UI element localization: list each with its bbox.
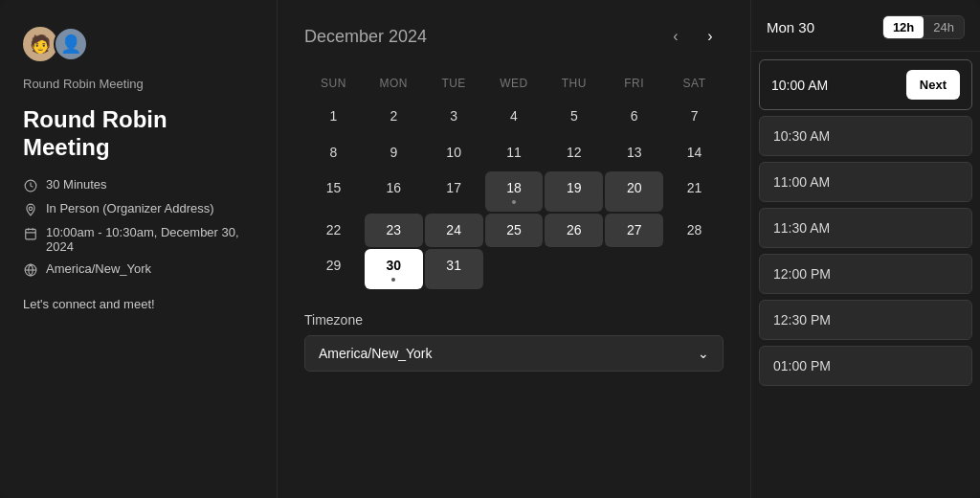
svg-rect-2 (26, 229, 36, 239)
meeting-title: Round Robin Meeting (23, 106, 254, 162)
selected-slot-time: 10:00 AM (771, 78, 828, 93)
time-range-item: 10:00am - 10:30am, December 30, 2024 (23, 225, 254, 254)
slot-time-1300: 01:00 PM (773, 358, 831, 374)
day-29[interactable]: 29 (304, 249, 363, 289)
empty-3 (605, 249, 663, 289)
time-slot-selected[interactable]: 10:00 AM Next (759, 59, 972, 110)
prev-month-button[interactable]: ‹ (662, 23, 689, 50)
day-28[interactable]: 28 (665, 214, 724, 248)
selected-date-label: Mon 30 (767, 19, 814, 35)
day-17[interactable]: 17 (425, 171, 483, 212)
svg-point-1 (29, 207, 33, 211)
day-header-wed: WED (485, 73, 544, 98)
day-30[interactable]: 30 (365, 249, 423, 289)
format-24h-button[interactable]: 24h (924, 16, 964, 38)
right-panel: Mon 30 12h 24h 10:00 AM Next 10:30 AM 11… (750, 0, 980, 498)
calendar-month-title: December 2024 (304, 27, 427, 47)
next-button[interactable]: Next (906, 70, 960, 100)
day-25[interactable]: 25 (485, 214, 544, 248)
empty-4 (665, 249, 724, 289)
day-header-sun: SUN (304, 73, 363, 98)
day-header-thu: THU (545, 73, 603, 98)
time-slot-1030[interactable]: 10:30 AM (759, 116, 972, 156)
avatar-group: 🧑 👤 (23, 27, 254, 61)
calendar-header: December 2024 ‹ › (304, 23, 724, 50)
day-2[interactable]: 2 (365, 100, 423, 134)
day-26[interactable]: 26 (545, 214, 603, 248)
day-18[interactable]: 18 (485, 171, 544, 212)
day-16[interactable]: 16 (365, 171, 423, 212)
day-21[interactable]: 21 (665, 171, 724, 212)
day-7[interactable]: 7 (665, 100, 724, 134)
day-header-mon: MON (365, 73, 423, 98)
middle-panel: December 2024 ‹ › SUN MON TUE WED THU FR… (278, 0, 750, 498)
day-11[interactable]: 11 (485, 136, 544, 170)
calendar-icon (23, 226, 38, 241)
time-slots-list: 10:00 AM Next 10:30 AM 11:00 AM 11:30 AM… (751, 52, 980, 498)
day-13[interactable]: 13 (605, 136, 663, 170)
next-month-button[interactable]: › (697, 23, 724, 50)
description-text: Let's connect and meet! (23, 297, 254, 311)
left-panel: 🧑 👤 Round Robin Meeting Round Robin Meet… (0, 0, 278, 498)
day-27[interactable]: 27 (605, 214, 663, 248)
day-22[interactable]: 22 (304, 214, 363, 248)
location-item: In Person (Organizer Address) (23, 201, 254, 217)
timezone-item: America/New_York (23, 261, 254, 278)
time-slot-1230[interactable]: 12:30 PM (759, 300, 972, 340)
day-15[interactable]: 15 (304, 171, 363, 212)
time-range-text: 10:00am - 10:30am, December 30, 2024 (46, 225, 254, 254)
day-8[interactable]: 8 (304, 136, 363, 170)
format-12h-button[interactable]: 12h (883, 16, 924, 38)
timezone-text: America/New_York (46, 261, 151, 276)
location-icon (23, 202, 38, 217)
timezone-select[interactable]: America/New_York ⌄ (304, 335, 724, 372)
day-31[interactable]: 31 (425, 249, 483, 289)
day-9[interactable]: 9 (365, 136, 423, 170)
empty-2 (545, 249, 603, 289)
day-4[interactable]: 4 (485, 100, 544, 134)
day-24[interactable]: 24 (425, 214, 483, 248)
day-23[interactable]: 23 (365, 214, 423, 248)
day-3[interactable]: 3 (425, 100, 483, 134)
time-slot-1100[interactable]: 11:00 AM (759, 162, 972, 202)
duration-text: 30 Minutes (46, 177, 107, 192)
clock-icon (23, 178, 38, 193)
day-20[interactable]: 20 (605, 171, 663, 212)
meta-list: 30 Minutes In Person (Organizer Address)… (23, 177, 254, 278)
day-19[interactable]: 19 (545, 171, 603, 212)
empty-1 (485, 249, 544, 289)
globe-icon (23, 262, 38, 278)
timezone-select-value: America/New_York (319, 346, 433, 361)
calendar-grid: SUN MON TUE WED THU FRI SAT 1 2 3 4 5 6 … (304, 73, 724, 289)
day-12[interactable]: 12 (545, 136, 603, 170)
right-header: Mon 30 12h 24h (751, 0, 980, 52)
time-format-toggle: 12h 24h (882, 15, 965, 39)
time-slot-1130[interactable]: 11:30 AM (759, 208, 972, 248)
slot-time-1200: 12:00 PM (773, 266, 831, 282)
day-header-tue: TUE (425, 73, 483, 98)
slot-time-1030: 10:30 AM (773, 128, 830, 144)
day-10[interactable]: 10 (425, 136, 483, 170)
day-header-fri: FRI (605, 73, 663, 98)
day-5[interactable]: 5 (545, 100, 603, 134)
duration-item: 30 Minutes (23, 177, 254, 193)
day-6[interactable]: 6 (605, 100, 663, 134)
app-container: 🧑 👤 Round Robin Meeting Round Robin Meet… (0, 0, 980, 498)
slot-time-1130: 11:30 AM (773, 220, 830, 236)
time-slot-1300[interactable]: 01:00 PM (759, 346, 972, 386)
timezone-section: Timezone America/New_York ⌄ (304, 312, 724, 372)
day-1[interactable]: 1 (304, 100, 363, 134)
slot-time-1230: 12:30 PM (773, 312, 831, 328)
calendar-nav: ‹ › (662, 23, 724, 50)
avatar-1: 🧑 (23, 27, 57, 61)
organizer-label: Round Robin Meeting (23, 77, 254, 91)
location-text: In Person (Organizer Address) (46, 201, 214, 215)
day-header-sat: SAT (665, 73, 724, 98)
chevron-down-icon: ⌄ (698, 346, 709, 361)
avatar-2: 👤 (54, 27, 88, 61)
slot-time-1100: 11:00 AM (773, 174, 830, 190)
time-slot-1200[interactable]: 12:00 PM (759, 254, 972, 294)
timezone-label: Timezone (304, 312, 724, 328)
day-14[interactable]: 14 (665, 136, 724, 170)
